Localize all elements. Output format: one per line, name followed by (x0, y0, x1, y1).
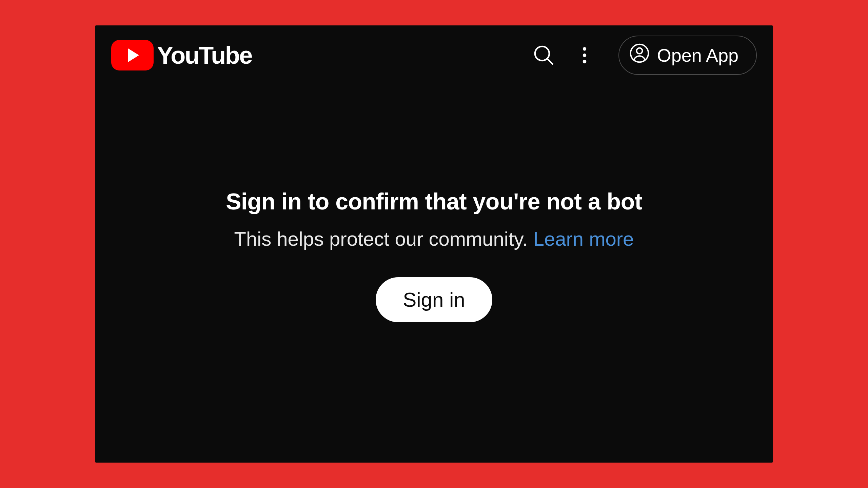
svg-point-6 (636, 48, 642, 54)
youtube-play-badge-icon (111, 40, 154, 70)
subtext-text: This helps protect our community. (234, 228, 533, 250)
bot-check-subtext: This helps protect our community. Learn … (234, 227, 634, 250)
svg-point-2 (583, 47, 587, 51)
app-window: YouTube Open App (95, 25, 773, 463)
svg-point-0 (535, 46, 549, 61)
play-triangle-icon (128, 48, 139, 62)
svg-point-3 (583, 54, 587, 57)
youtube-wordmark: YouTube (157, 41, 252, 69)
sign-in-button[interactable]: Sign in (376, 277, 492, 322)
youtube-logo[interactable]: YouTube (111, 40, 252, 70)
open-app-label: Open App (657, 45, 738, 66)
svg-point-4 (583, 60, 587, 64)
user-icon (629, 43, 650, 67)
open-app-button[interactable]: Open App (618, 36, 757, 75)
more-vertical-icon (574, 45, 595, 65)
search-button[interactable] (527, 38, 561, 72)
svg-line-1 (547, 59, 553, 64)
main-content: Sign in to confirm that you're not a bot… (95, 85, 773, 463)
bot-check-heading: Sign in to confirm that you're not a bot (226, 188, 642, 215)
search-icon (532, 44, 555, 67)
header-bar: YouTube Open App (95, 25, 773, 85)
more-menu-button[interactable] (568, 38, 601, 72)
learn-more-link[interactable]: Learn more (533, 228, 634, 250)
